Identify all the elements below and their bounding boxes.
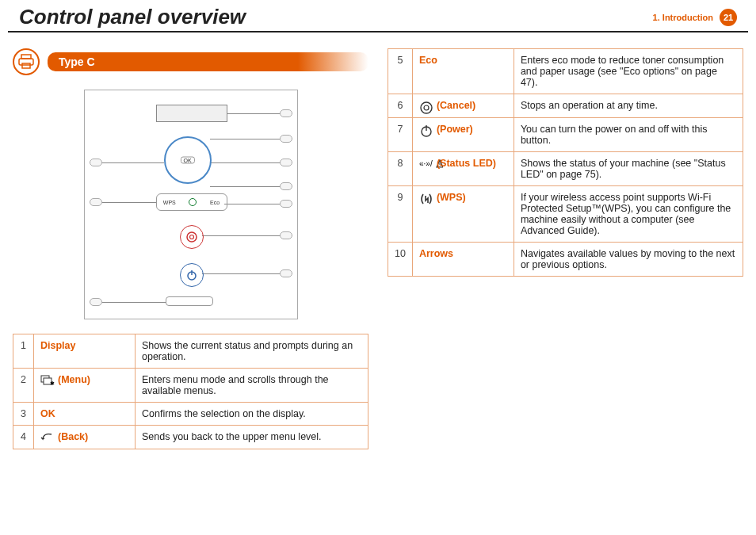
row-label: (WPS)	[412, 185, 514, 242]
row-number: 4	[13, 426, 34, 449]
row-number: 6	[388, 94, 413, 118]
reference-table-right: 5EcoEnters eco mode to reduce toner cons…	[388, 48, 743, 277]
svg-point-11	[424, 105, 429, 110]
diagram-power-button	[180, 263, 204, 287]
row-label-text: Arrows	[419, 248, 453, 259]
power-icon	[419, 124, 433, 135]
row-label: Arrows	[412, 242, 514, 276]
row-label: Eco	[412, 49, 514, 94]
page-title: Control panel overview	[19, 5, 246, 29]
row-label-text: (Status LED)	[437, 158, 496, 169]
table-row: 8«·»/(Status LED)Shows the status of you…	[388, 151, 743, 185]
row-description: Sends you back to the upper menu level.	[136, 426, 368, 449]
svg-rect-1	[19, 59, 33, 65]
left-column: Type C	[13, 48, 368, 449]
table-row: 3OKConfirms the selection on the display…	[13, 403, 368, 426]
diagram-wps-eco-row: WPS Eco	[156, 193, 227, 211]
row-description: You can turn the power on and off with t…	[514, 117, 743, 151]
diagram-status-strip	[166, 296, 213, 306]
row-label-text: (Cancel)	[437, 100, 475, 111]
svg-point-3	[187, 232, 197, 242]
diagram-display	[156, 105, 227, 122]
row-label: ✱(Menu)	[34, 369, 136, 403]
row-label-text: (Power)	[437, 124, 473, 135]
table-row: 2✱(Menu)Enters menu mode and scrolls thr…	[13, 369, 368, 403]
row-description: Stops an operation at any time.	[514, 94, 743, 118]
row-label: OK	[34, 403, 136, 426]
menu-icon: ✱	[40, 375, 55, 386]
page-header: Control panel overview 1. Introduction 2…	[8, 0, 748, 32]
row-label-text: (Back)	[58, 431, 88, 442]
right-column: 5EcoEnters eco mode to reduce toner cons…	[388, 48, 743, 449]
page-number-badge: 21	[720, 9, 737, 26]
row-description: Confirms the selection on the display.	[136, 403, 368, 426]
row-description: Shows the status of your machine (see "S…	[514, 151, 743, 185]
row-number: 3	[13, 403, 34, 426]
svg-rect-2	[22, 63, 30, 68]
table-row: 5EcoEnters eco mode to reduce toner cons…	[388, 49, 743, 94]
table-row: 4(Back)Sends you back to the upper menu …	[13, 426, 368, 449]
header-right: 1. Introduction 21	[653, 9, 737, 26]
row-number: 7	[388, 117, 413, 151]
row-number: 2	[13, 369, 34, 403]
row-label: Display	[34, 334, 136, 369]
svg-point-10	[421, 102, 432, 113]
row-label: (Cancel)	[412, 94, 514, 118]
row-description: Shows the current status and prompts dur…	[136, 334, 368, 369]
row-label-text: Eco	[419, 55, 437, 66]
back-icon	[40, 432, 55, 443]
row-label: (Power)	[412, 117, 514, 151]
table-row: 6(Cancel)Stops an operation at any time.	[388, 94, 743, 118]
row-label: «·»/(Status LED)	[412, 151, 514, 185]
row-label-text: (WPS)	[437, 192, 466, 203]
row-description: If your wireless access point supports W…	[514, 185, 743, 242]
table-row: 7(Power)You can turn the power on and of…	[388, 117, 743, 151]
status-icon: «·»/	[419, 158, 433, 169]
row-label-text: (Menu)	[58, 374, 90, 385]
diagram-wps-label: WPS	[163, 200, 176, 205]
section-title: Type C	[48, 52, 368, 71]
row-label: (Back)	[34, 426, 136, 449]
cancel-icon	[419, 101, 433, 112]
diagram-nav-ring: OK	[164, 136, 212, 184]
row-number: 5	[388, 49, 413, 94]
diagram-ok-label: OK	[180, 157, 194, 164]
row-description: Enters eco mode to reduce toner consumpt…	[514, 49, 743, 94]
section-header: Type C	[13, 48, 368, 75]
row-description: Enters menu mode and scrolls through the…	[136, 369, 368, 403]
row-number: 10	[388, 242, 413, 276]
reference-table-left: 1DisplayShows the current status and pro…	[13, 334, 368, 449]
row-label-text: OK	[40, 408, 55, 419]
table-row: 1DisplayShows the current status and pro…	[13, 334, 368, 369]
svg-text:«·»/: «·»/	[419, 159, 433, 168]
row-description: Navigates available values by moving to …	[514, 242, 743, 276]
wps-icon	[419, 192, 433, 203]
svg-point-4	[189, 235, 193, 239]
table-row: 9(WPS)If your wireless access point supp…	[388, 185, 743, 242]
row-number: 9	[388, 185, 413, 242]
svg-text:✱: ✱	[50, 380, 55, 386]
chapter-label: 1. Introduction	[653, 13, 713, 22]
content-columns: Type C	[0, 32, 756, 449]
printer-icon	[13, 48, 40, 75]
row-number: 8	[388, 151, 413, 185]
control-panel-diagram: OK WPS Eco	[84, 90, 298, 319]
diagram-cancel-button	[180, 225, 204, 249]
table-row: 10ArrowsNavigates available values by mo…	[388, 242, 743, 276]
row-number: 1	[13, 334, 34, 369]
diagram-eco-label: Eco	[210, 200, 220, 205]
row-label-text: Display	[40, 340, 75, 351]
